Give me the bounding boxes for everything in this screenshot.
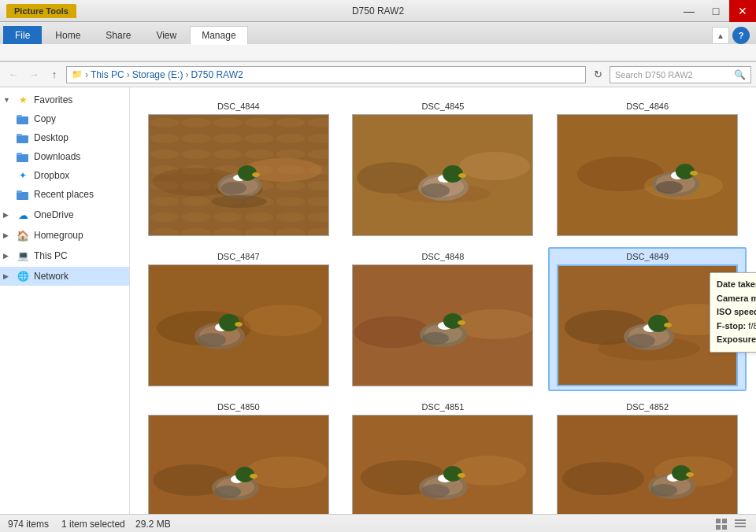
- image-cell-4849[interactable]: DSC_4849: [548, 247, 747, 391]
- back-button[interactable]: ←: [5, 66, 22, 83]
- network-section: ▶ 🌐 Network: [0, 267, 129, 286]
- svg-point-94: [686, 472, 694, 477]
- help-button[interactable]: ?: [732, 27, 750, 44]
- image-label-4849: DSC_4849: [626, 252, 669, 261]
- status-right: [713, 517, 748, 531]
- thispc-label: This PC: [34, 250, 68, 261]
- image-thumb-4847: [148, 264, 329, 386]
- thispc-icon: 💻: [16, 249, 30, 263]
- svg-point-67: [664, 323, 672, 327]
- svg-point-85: [458, 473, 465, 478]
- status-selected: 1 item selected 29.2 MB: [61, 519, 171, 530]
- copy-folder-icon: [16, 112, 30, 126]
- favorites-label: Favorites: [34, 94, 72, 105]
- svg-point-21: [212, 195, 267, 208]
- image-thumb-4846: [557, 114, 738, 236]
- image-thumb-4851: [352, 415, 533, 514]
- main-layout: ▼ ★ Favorites Copy Desktop Down: [0, 87, 756, 514]
- sidebar-item-downloads[interactable]: Downloads: [0, 147, 129, 166]
- status-item-count: 974 items: [8, 519, 49, 530]
- path-thispc[interactable]: This PC: [91, 69, 124, 80]
- sidebar-item-desktop[interactable]: Desktop: [0, 128, 129, 147]
- onedrive-header[interactable]: ▶ ☁ OneDrive: [0, 205, 129, 224]
- image-thumb-4845: [352, 114, 533, 236]
- homegroup-header[interactable]: ▶ 🏠 Homegroup: [0, 226, 129, 245]
- image-label-4846: DSC_4846: [626, 102, 669, 111]
- image-label-4844: DSC_4844: [217, 102, 260, 111]
- image-cell-4844[interactable]: DSC_4844: [139, 97, 338, 241]
- svg-rect-5: [17, 153, 22, 155]
- image-label-4847: DSC_4847: [217, 252, 260, 261]
- favorites-expand-icon: ▼: [3, 96, 14, 104]
- svg-rect-98: [716, 525, 721, 530]
- maximize-button[interactable]: □: [702, 0, 729, 22]
- svg-point-86: [421, 484, 450, 498]
- address-bar: ← → ↑ 📁 › This PC › Storage (E:) › D750 …: [0, 62, 756, 87]
- desktop-folder-icon: [16, 131, 30, 145]
- title-bar: Picture Tools D750 RAW2 — □ ✕: [0, 0, 756, 22]
- svg-point-20: [221, 182, 246, 194]
- svg-rect-101: [735, 523, 746, 524]
- path-storage[interactable]: Storage (E:): [132, 69, 183, 80]
- sidebar-item-recent-places[interactable]: Recent places: [0, 185, 129, 204]
- picture-tools-label: Picture Tools: [6, 4, 76, 18]
- downloads-folder-icon: [16, 150, 30, 164]
- image-cell-4851[interactable]: DSC_4851: [344, 397, 543, 514]
- forward-button[interactable]: →: [25, 66, 43, 83]
- svg-point-57: [458, 320, 465, 325]
- path-d750[interactable]: D750 RAW2: [191, 69, 243, 80]
- window-title: D750 RAW2: [352, 6, 404, 17]
- tab-file[interactable]: File: [3, 26, 42, 44]
- image-cell-4846[interactable]: DSC_4846: [548, 97, 747, 241]
- image-thumb-4852: [557, 415, 738, 514]
- sidebar-item-copy[interactable]: Copy: [0, 109, 129, 128]
- svg-point-71: [246, 456, 328, 488]
- svg-rect-3: [17, 134, 22, 136]
- homegroup-expand-icon: ▶: [3, 231, 14, 239]
- sidebar-item-dropbox[interactable]: ✦ Dropbox: [0, 166, 129, 185]
- window-controls: — □ ✕: [676, 0, 756, 22]
- svg-point-40: [656, 181, 683, 194]
- favorites-star-icon: ★: [16, 93, 30, 107]
- svg-rect-97: [722, 519, 727, 523]
- refresh-button[interactable]: ↻: [589, 66, 606, 83]
- tab-view[interactable]: View: [144, 26, 188, 44]
- svg-point-68: [627, 334, 655, 348]
- close-button[interactable]: ✕: [729, 0, 756, 22]
- image-cell-4848[interactable]: DSC_4848: [344, 247, 543, 391]
- svg-rect-0: [17, 116, 28, 124]
- svg-point-51: [354, 316, 430, 348]
- onedrive-label: OneDrive: [34, 209, 74, 220]
- view-large-icons-button[interactable]: [713, 517, 729, 531]
- image-label-4851: DSC_4851: [422, 402, 465, 412]
- ribbon-collapse-button[interactable]: ▲: [712, 27, 729, 44]
- search-box[interactable]: Search D750 RAW2 🔍: [610, 66, 751, 83]
- thispc-header[interactable]: ▶ 💻 This PC: [0, 246, 129, 265]
- minimize-button[interactable]: —: [676, 0, 702, 22]
- tab-home[interactable]: Home: [43, 26, 92, 44]
- image-thumb-4850: [148, 415, 329, 514]
- recent-places-icon: [16, 187, 30, 201]
- image-cell-4850[interactable]: DSC_4850: [139, 397, 338, 514]
- homegroup-section: ▶ 🏠 Homegroup: [0, 226, 129, 245]
- svg-rect-6: [17, 192, 28, 200]
- svg-rect-1: [17, 115, 22, 117]
- network-label: Network: [34, 271, 69, 282]
- svg-rect-100: [735, 519, 746, 521]
- favorites-header[interactable]: ▼ ★ Favorites: [0, 91, 129, 109]
- image-cell-4852[interactable]: DSC_4852: [548, 397, 747, 514]
- image-cell-4845[interactable]: DSC_4845: [344, 97, 543, 241]
- image-cell-4847[interactable]: DSC_4847: [139, 247, 338, 391]
- svg-rect-2: [17, 135, 28, 143]
- onedrive-section: ▶ ☁ OneDrive: [0, 205, 129, 224]
- tab-manage[interactable]: Manage: [190, 26, 247, 45]
- address-path[interactable]: 📁 › This PC › Storage (E:) › D750 RAW2: [66, 66, 586, 83]
- network-header[interactable]: ▶ 🌐 Network: [0, 267, 129, 286]
- svg-rect-7: [17, 190, 22, 193]
- view-details-button[interactable]: [732, 517, 748, 531]
- up-button[interactable]: ↑: [46, 66, 63, 83]
- image-label-4852: DSC_4852: [626, 402, 669, 412]
- svg-point-77: [214, 486, 241, 498]
- tab-share[interactable]: Share: [94, 26, 143, 44]
- status-left: 974 items 1 item selected 29.2 MB: [8, 519, 171, 530]
